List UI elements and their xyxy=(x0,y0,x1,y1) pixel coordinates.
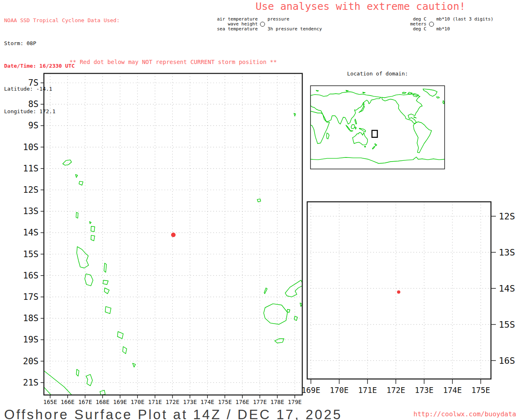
svg-text:169E: 169E xyxy=(113,399,127,405)
svg-text:12S: 12S xyxy=(499,211,515,221)
svg-text:17S: 17S xyxy=(23,292,39,302)
storm-id-line: Storm: 08P xyxy=(4,40,120,48)
svg-text:171E: 171E xyxy=(358,386,377,395)
svg-text:16S: 16S xyxy=(23,271,39,281)
svg-text:16S: 16S xyxy=(499,356,515,366)
svg-text:171E: 171E xyxy=(148,399,162,405)
units-pressure-label: mb*10 (last 3 digits) xyxy=(436,17,493,22)
station-legend-left-column: air temperature wave height sea temperat… xyxy=(217,17,258,32)
main-map: 165E166E167E168E169E170E171E172E173E174E… xyxy=(44,73,302,395)
svg-text:13S: 13S xyxy=(23,206,39,216)
svg-text:172E: 172E xyxy=(386,386,405,395)
svg-text:165E: 165E xyxy=(43,399,57,405)
svg-text:14S: 14S xyxy=(499,283,515,294)
units-legend-left-column: deg C meters deg C xyxy=(410,17,427,32)
station-model-legend: air temperature wave height sea temperat… xyxy=(217,17,322,32)
svg-text:178E: 178E xyxy=(270,399,284,405)
svg-text:18S: 18S xyxy=(23,313,39,323)
svg-text:8S: 8S xyxy=(28,99,39,109)
caution-banner: Use analyses with extreme caution! xyxy=(256,0,466,12)
svg-text:173E: 173E xyxy=(415,386,434,395)
legend-pressure-tendency-label: 3h pressure tendency xyxy=(267,27,322,32)
domain-zoom-map: 169E170E171E172E173E174E175E12S13S14S15S… xyxy=(307,202,491,379)
svg-text:179E: 179E xyxy=(288,399,302,405)
svg-text:7S: 7S xyxy=(28,78,39,88)
svg-text:167E: 167E xyxy=(78,399,92,405)
svg-text:14S: 14S xyxy=(23,228,39,237)
station-legend-right-column: pressure 3h pressure tendency xyxy=(267,17,322,32)
svg-text:172E: 172E xyxy=(166,399,180,405)
svg-text:174E: 174E xyxy=(201,399,215,405)
svg-text:175E: 175E xyxy=(471,386,490,395)
svg-text:173E: 173E xyxy=(183,399,197,405)
svg-text:174E: 174E xyxy=(443,386,462,395)
footer-plot-title: Offshore Surface Plot at 14Z / DEC 17, 2… xyxy=(4,407,342,420)
svg-text:175E: 175E xyxy=(218,399,232,405)
svg-text:177E: 177E xyxy=(253,399,267,405)
storm-position-warning: ** Red dot below may NOT represent CURRE… xyxy=(44,59,302,65)
svg-text:166E: 166E xyxy=(61,399,75,405)
svg-text:12S: 12S xyxy=(23,185,39,195)
world-location-map xyxy=(310,86,445,169)
svg-text:11S: 11S xyxy=(23,164,39,173)
units-pressure-tendency-label: mb*10 xyxy=(436,27,493,32)
svg-text:170E: 170E xyxy=(130,399,144,405)
inset-title: Location of domain: xyxy=(310,71,445,77)
footer-url: http://coolwx.com/buoydata xyxy=(413,410,516,418)
storm-position-dot xyxy=(171,233,176,237)
svg-text:170E: 170E xyxy=(330,386,349,395)
storm-position-dot xyxy=(397,290,400,294)
legend-pressure-label: pressure xyxy=(267,17,322,22)
svg-text:15S: 15S xyxy=(499,320,515,330)
svg-text:15S: 15S xyxy=(23,249,39,259)
svg-text:169E: 169E xyxy=(301,386,320,395)
offshore-surface-plot-page: { "colors": { "coast_green": "#00c800", … xyxy=(0,0,525,420)
svg-text:13S: 13S xyxy=(499,247,515,258)
units-legend: deg C meters deg C mb*10 (last 3 digits)… xyxy=(410,17,493,32)
svg-text:9S: 9S xyxy=(28,121,39,130)
svg-text:176E: 176E xyxy=(235,399,249,405)
station-model-circle-icon xyxy=(260,22,265,27)
svg-text:10S: 10S xyxy=(23,142,39,152)
data-source-line: NOAA SSD Tropical Cyclone Data Used: xyxy=(4,17,120,25)
units-legend-right-column: mb*10 (last 3 digits) mb*10 xyxy=(436,17,493,32)
units-sea-temperature-label: deg C xyxy=(410,27,427,32)
svg-text:168E: 168E xyxy=(96,399,110,405)
legend-sea-temperature-label: sea temperature xyxy=(217,27,258,32)
svg-text:20S: 20S xyxy=(23,356,39,366)
svg-text:21S: 21S xyxy=(23,378,39,388)
units-model-circle-icon xyxy=(429,22,434,27)
svg-text:19S: 19S xyxy=(23,335,39,345)
